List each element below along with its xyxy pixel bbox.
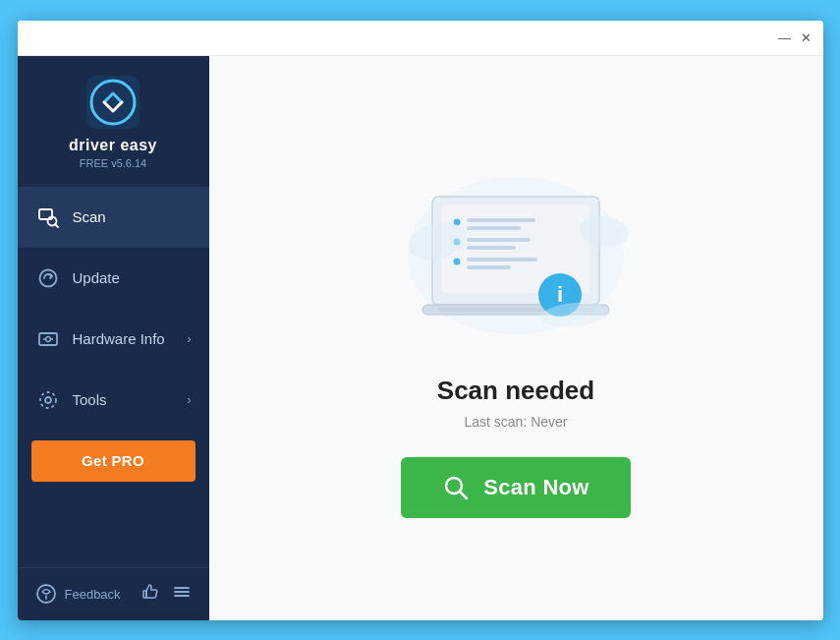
get-pro-button[interactable]: Get PRO (31, 440, 196, 482)
svg-point-7 (45, 336, 50, 341)
svg-point-28 (454, 259, 461, 265)
svg-rect-24 (467, 226, 521, 230)
sidebar: driver easy FREE v5.6.14 Scan (18, 56, 209, 620)
sidebar-item-scan-label: Scan (73, 208, 192, 225)
feedback-button[interactable]: Feedback (35, 583, 121, 605)
tools-icon (35, 387, 61, 413)
app-window: — ✕ driver easy FREE v5.6.14 (18, 21, 823, 620)
app-name: driver easy (69, 137, 157, 154)
svg-point-11 (40, 392, 56, 408)
last-scan-text: Last scan: Never (464, 414, 567, 430)
svg-rect-23 (467, 218, 535, 222)
app-content: driver easy FREE v5.6.14 Scan (18, 56, 823, 620)
logo-area: driver easy FREE v5.6.14 (18, 56, 209, 187)
sidebar-item-hardware-info[interactable]: Hardware Info › (18, 309, 209, 370)
scan-now-button[interactable]: Scan Now (401, 457, 631, 518)
svg-rect-0 (86, 76, 140, 129)
app-version: FREE v5.6.14 (80, 157, 146, 169)
tools-chevron-icon: › (188, 393, 192, 407)
scan-now-label: Scan Now (483, 475, 589, 500)
svg-point-5 (39, 269, 56, 286)
svg-line-39 (461, 493, 468, 499)
svg-rect-6 (39, 333, 57, 345)
svg-line-4 (55, 224, 58, 227)
hardware-chevron-icon: › (188, 332, 192, 346)
close-button[interactable]: ✕ (798, 29, 815, 46)
hardware-icon (35, 326, 61, 352)
svg-point-38 (446, 478, 462, 494)
scan-icon (35, 204, 61, 230)
svg-point-10 (45, 397, 51, 403)
svg-text:i: i (557, 282, 563, 307)
sidebar-item-update-label: Update (73, 269, 192, 286)
main-content: i Scan needed Last scan: Never Scan Now (209, 56, 823, 620)
svg-rect-29 (467, 258, 537, 262)
sidebar-item-tools-label: Tools (73, 391, 188, 408)
scan-now-icon (442, 474, 470, 501)
svg-rect-14 (143, 591, 146, 598)
sidebar-item-scan[interactable]: Scan (18, 187, 209, 248)
menu-icon[interactable] (172, 582, 192, 607)
feedback-icon (35, 583, 57, 605)
svg-rect-26 (467, 238, 531, 242)
minimize-button[interactable]: — (776, 29, 794, 46)
sidebar-item-update[interactable]: Update (18, 248, 209, 309)
sidebar-item-hardware-label: Hardware Info (73, 330, 188, 347)
svg-rect-27 (467, 246, 516, 250)
update-icon (35, 265, 61, 291)
sidebar-item-tools[interactable]: Tools › (18, 370, 209, 431)
thumbs-up-icon[interactable] (140, 582, 160, 607)
app-logo (86, 76, 140, 129)
feedback-label: Feedback (65, 587, 121, 602)
svg-rect-30 (467, 265, 511, 269)
scan-needed-title: Scan needed (437, 376, 594, 406)
titlebar: — ✕ (18, 21, 823, 56)
scan-illustration: i (378, 157, 653, 354)
sidebar-bottom: Feedback (18, 567, 209, 620)
